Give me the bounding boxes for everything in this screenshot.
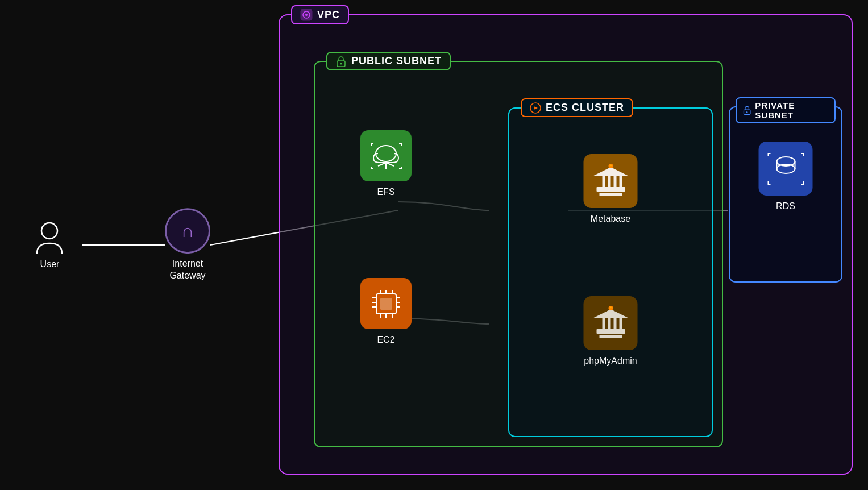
user-label: User xyxy=(40,259,60,269)
svg-rect-36 xyxy=(596,329,625,334)
efs-icon-box xyxy=(360,130,412,181)
rds-label: RDS xyxy=(776,201,795,211)
efs-label: EFS xyxy=(377,187,394,197)
svg-point-9 xyxy=(376,146,396,161)
metabase-service: Metabase xyxy=(584,154,638,224)
vpc-icon xyxy=(300,9,313,21)
private-subnet: PRIVATE SUBNET xyxy=(729,106,842,283)
phpmyadmin-icon-box xyxy=(584,296,638,350)
svg-rect-39 xyxy=(608,318,610,329)
ec2-icon xyxy=(368,285,405,322)
ecs-cluster: ECS CLUSTER xyxy=(508,107,713,437)
gateway-icon: ∩ xyxy=(165,208,210,254)
vpc-container: VPC PUBLIC SUBNET xyxy=(279,14,853,475)
svg-rect-37 xyxy=(599,335,622,338)
vpc-label: VPC xyxy=(291,5,349,24)
private-subnet-label: PRIVATE SUBNET xyxy=(736,97,836,123)
ecs-cluster-label: ECS CLUSTER xyxy=(521,98,633,117)
ec2-service: EC2 xyxy=(360,278,412,345)
svg-marker-42 xyxy=(593,309,628,318)
svg-rect-32 xyxy=(613,176,616,187)
svg-point-45 xyxy=(746,111,747,113)
vpc-label-text: VPC xyxy=(317,9,340,21)
svg-rect-31 xyxy=(608,176,610,187)
private-subnet-label-text: PRIVATE SUBNET xyxy=(755,101,829,120)
rds-icon xyxy=(766,149,805,189)
ecs-cluster-label-text: ECS CLUSTER xyxy=(546,102,624,114)
ecs-icon xyxy=(530,102,541,114)
svg-point-3 xyxy=(41,223,57,239)
efs-icon xyxy=(368,138,405,175)
svg-rect-14 xyxy=(380,298,392,310)
user-icon xyxy=(34,221,65,255)
ec2-icon-box xyxy=(360,278,412,329)
private-subnet-icon xyxy=(742,105,751,115)
efs-service: EFS xyxy=(360,130,412,197)
svg-rect-30 xyxy=(602,176,605,187)
svg-rect-40 xyxy=(613,318,616,329)
svg-rect-28 xyxy=(596,187,625,192)
svg-point-8 xyxy=(340,63,342,64)
svg-rect-29 xyxy=(599,193,622,196)
phpmyadmin-service: phpMyAdmin xyxy=(584,296,638,366)
metabase-icon-box xyxy=(584,154,638,208)
svg-marker-34 xyxy=(593,167,628,176)
rds-icon-box xyxy=(759,142,813,196)
gateway-section: ∩ Internet Gateway xyxy=(165,208,210,282)
metabase-label: Metabase xyxy=(591,214,630,224)
svg-rect-41 xyxy=(619,318,622,329)
svg-point-6 xyxy=(305,14,308,16)
svg-rect-33 xyxy=(619,176,622,187)
phpmyadmin-icon xyxy=(591,304,630,343)
public-subnet: PUBLIC SUBNET xyxy=(314,61,723,447)
diagram-container: User ∩ Internet Gateway VPC xyxy=(0,0,868,490)
gateway-label: Internet Gateway xyxy=(169,259,205,280)
metabase-icon xyxy=(591,161,630,201)
public-subnet-label-text: PUBLIC SUBNET xyxy=(351,55,442,67)
phpmyadmin-label: phpMyAdmin xyxy=(584,356,637,366)
user-section: User xyxy=(34,221,65,269)
svg-rect-38 xyxy=(602,318,605,329)
public-subnet-label: PUBLIC SUBNET xyxy=(326,52,451,70)
rds-service: RDS xyxy=(759,142,813,211)
ec2-label: EC2 xyxy=(377,335,394,345)
public-subnet-icon xyxy=(335,56,347,67)
